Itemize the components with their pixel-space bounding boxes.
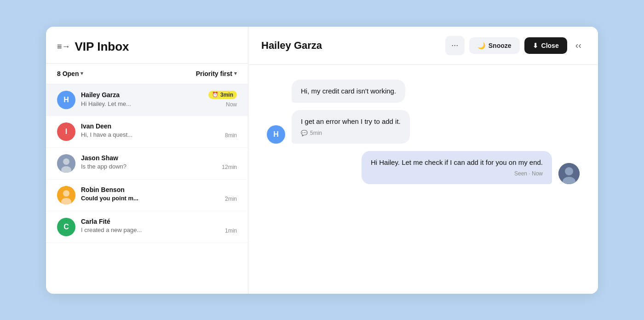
avatar: H: [57, 91, 75, 109]
conv-preview: Could you point m...: [81, 195, 138, 202]
time-plain: 8min: [225, 132, 237, 139]
sidebar-filters: 8 Open ▾ Priority first ▾: [46, 64, 248, 84]
collapse-icon: ‹‹: [575, 40, 581, 50]
message-meta: 💬 5min: [301, 129, 401, 137]
incoming-message-group: H I get an error when I try to add it. 💬…: [267, 110, 580, 144]
open-count-label: 8 Open: [57, 70, 79, 77]
message-bubble: Hi Hailey. Let me check if I can add it …: [362, 151, 552, 185]
avatar: C: [57, 218, 75, 236]
priority-chevron-icon: ▾: [234, 70, 237, 76]
chat-header: Hailey Garza ··· 🌙 Snooze ⬇ Close ‹‹: [248, 27, 598, 65]
conv-preview: Hi Hailey. Let me...: [81, 100, 131, 107]
avatar: [57, 154, 75, 173]
conv-content: Carla Fité I created a new page... 1min: [81, 218, 237, 234]
agent-avatar: [558, 163, 580, 184]
more-dots-icon: ···: [451, 41, 458, 50]
sidebar: ≡→ VIP Inbox 8 Open ▾ Priority first ▾ H: [46, 27, 248, 294]
message-text: Hi, my credit card isn't working.: [301, 87, 396, 95]
conv-top: Jason Shaw: [81, 154, 237, 162]
time-plain: 2min: [225, 196, 237, 202]
outgoing-message-group: Hi Hailey. Let me check if I can add it …: [267, 151, 580, 185]
close-button[interactable]: ⬇ Close: [524, 37, 567, 54]
conv-content: Ivan Deen Hi, I have a quest... 8min: [81, 122, 237, 139]
chat-bubble-icon: 💬: [301, 129, 308, 137]
app-container: ≡→ VIP Inbox 8 Open ▾ Priority first ▾ H: [46, 27, 598, 294]
sidebar-header: ≡→ VIP Inbox: [46, 27, 248, 64]
incoming-message-group: H Hi, my credit card isn't working.: [267, 80, 580, 103]
close-label: Close: [541, 42, 559, 49]
message-status: Seen · Now: [371, 169, 543, 178]
sidebar-title: VIP Inbox: [75, 40, 129, 54]
message-time: 5min: [310, 129, 322, 137]
time-plain: Now: [226, 101, 237, 108]
conv-preview: I created a new page...: [81, 227, 142, 233]
conv-top: Robin Benson: [81, 186, 237, 193]
messages-stack: I get an error when I try to add it. 💬 5…: [292, 110, 410, 144]
conv-top: Carla Fité: [81, 218, 237, 225]
open-chevron-icon: ▾: [80, 70, 83, 76]
conv-name: Ivan Deen: [81, 122, 111, 130]
main-layout: ≡→ VIP Inbox 8 Open ▾ Priority first ▾ H: [46, 27, 598, 294]
menu-icon[interactable]: ≡→: [57, 42, 70, 52]
messages-stack: Hi Hailey. Let me check if I can add it …: [362, 151, 552, 185]
list-item[interactable]: Jason Shaw Is the app down? 12min: [46, 148, 248, 180]
list-item[interactable]: I Ivan Deen Hi, I have a quest... 8min: [46, 116, 248, 148]
message-text: I get an error when I try to add it.: [301, 117, 401, 125]
conv-name: Carla Fité: [81, 218, 110, 225]
conv-content: Robin Benson Could you point m... 2min: [81, 186, 237, 202]
message-bubble: Hi, my credit card isn't working.: [292, 80, 405, 103]
chat-panel: Hailey Garza ··· 🌙 Snooze ⬇ Close ‹‹: [248, 27, 598, 294]
list-item[interactable]: Robin Benson Could you point m... 2min: [46, 180, 248, 211]
conversation-list: H Hailey Garza ⏰ 3min: [46, 84, 248, 294]
list-item[interactable]: C Carla Fité I created a new page... 1mi…: [46, 211, 248, 243]
conv-name: Hailey Garza: [81, 91, 120, 99]
svg-point-1: [63, 158, 69, 165]
svg-point-4: [63, 190, 69, 197]
snooze-label: Snooze: [489, 42, 512, 49]
conv-name: Jason Shaw: [81, 154, 118, 162]
conv-name: Robin Benson: [81, 186, 125, 193]
conv-top: Hailey Garza ⏰ 3min: [81, 91, 237, 99]
priority-label: Priority first: [196, 70, 232, 77]
conv-content: Hailey Garza ⏰ 3min Hi Hailey. Let me...…: [81, 91, 237, 108]
badge-time: 3min: [220, 92, 233, 98]
message-bubble: I get an error when I try to add it. 💬 5…: [292, 110, 410, 144]
conv-top: Ivan Deen: [81, 122, 237, 130]
conv-content: Jason Shaw Is the app down? 12min: [81, 154, 237, 170]
chat-contact-name: Hailey Garza: [261, 40, 440, 52]
avatar: I: [57, 122, 75, 141]
header-actions: ··· 🌙 Snooze ⬇ Close ‹‹: [445, 36, 585, 55]
conv-meta: ⏰ 3min: [208, 91, 237, 99]
collapse-panel-button[interactable]: ‹‹: [572, 38, 585, 52]
svg-point-7: [565, 167, 573, 175]
more-options-button[interactable]: ···: [445, 36, 465, 55]
list-item[interactable]: H Hailey Garza ⏰ 3min: [46, 84, 248, 116]
conv-preview: Hi, I have a quest...: [81, 131, 132, 138]
filter-priority-button[interactable]: Priority first ▾: [196, 70, 237, 77]
time-badge: ⏰ 3min: [208, 91, 237, 99]
moon-icon: 🌙: [477, 42, 485, 49]
clock-icon: ⏰: [212, 92, 218, 98]
messages-stack: Hi, my credit card isn't working.: [292, 80, 405, 103]
close-tray-icon: ⬇: [533, 42, 538, 49]
time-plain: 1min: [225, 227, 237, 234]
filter-open-button[interactable]: 8 Open ▾: [57, 70, 83, 77]
snooze-button[interactable]: 🌙 Snooze: [469, 37, 520, 54]
messages-area: H Hi, my credit card isn't working. H I …: [248, 65, 598, 294]
avatar: [57, 186, 75, 204]
message-text: Hi Hailey. Let me check if I can add it …: [371, 158, 543, 166]
time-plain: 12min: [222, 164, 237, 170]
conv-preview: Is the app down?: [81, 163, 126, 170]
avatar: H: [267, 125, 285, 144]
